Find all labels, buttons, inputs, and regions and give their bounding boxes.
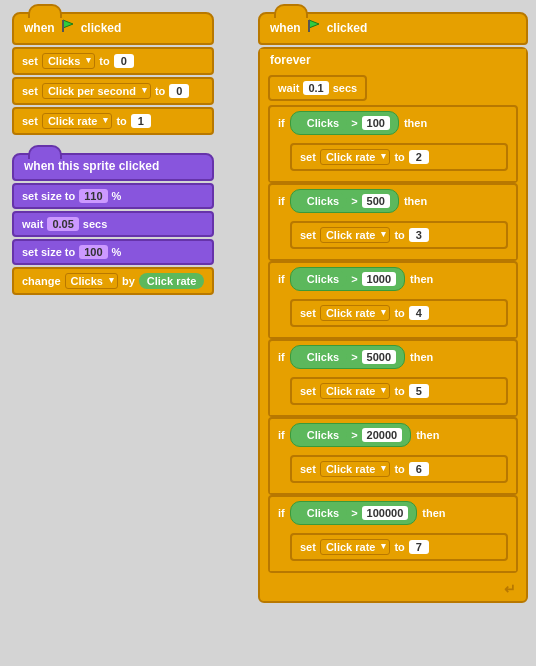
cond-threshold-1[interactable]: 500 [362, 194, 390, 208]
set-clicks-block[interactable]: set Clicks to 0 [12, 47, 214, 75]
condition-3[interactable]: Clicks > 5000 [290, 345, 405, 369]
condition-4[interactable]: Clicks > 20000 [290, 423, 411, 447]
if-footer-0 [270, 175, 516, 181]
to-label-2: to [155, 85, 165, 97]
to-inner-label-2: to [394, 307, 404, 319]
set-inner-label-1: set [300, 229, 316, 241]
if-block-2: if Clicks > 1000 then set Click rate to … [268, 261, 518, 339]
clickrate-inner-dropdown-5[interactable]: Click rate [320, 539, 391, 555]
when-label-1: when [24, 21, 55, 35]
clicks-val-1[interactable]: 0 [114, 54, 134, 68]
clickrate-inner-val-5[interactable]: 7 [409, 540, 429, 554]
size-100-val[interactable]: 100 [79, 245, 107, 259]
clickrate-dropdown-1[interactable]: Click rate [42, 113, 113, 129]
cond-op-3: > [351, 351, 357, 363]
clickrate-val-1[interactable]: 1 [131, 114, 151, 128]
if-block-3: if Clicks > 5000 then set Click rate to … [268, 339, 518, 417]
clickrate-inner-dropdown-4[interactable]: Click rate [320, 461, 391, 477]
set-clickrate-inner-2[interactable]: set Click rate to 4 [290, 299, 508, 327]
cps-val[interactable]: 0 [169, 84, 189, 98]
condition-1[interactable]: Clicks > 500 [290, 189, 399, 213]
clickrate-inner-dropdown-2[interactable]: Click rate [320, 305, 391, 321]
cond-var-3: Clicks [299, 349, 347, 365]
change-clicks-block[interactable]: change Clicks by Click rate [12, 267, 214, 295]
wait-01-block[interactable]: wait 0.1 secs [268, 75, 367, 101]
cond-op-1: > [351, 195, 357, 207]
clickrate-inner-val-1[interactable]: 3 [409, 228, 429, 242]
flag-icon-2 [306, 18, 322, 37]
by-label: by [122, 275, 135, 287]
hat-sprite-block[interactable]: when this sprite clicked [12, 153, 214, 181]
condition-5[interactable]: Clicks > 100000 [290, 501, 418, 525]
clickrate-inner-val-0[interactable]: 2 [409, 150, 429, 164]
set-clickrate-inner-0[interactable]: set Click rate to 2 [290, 143, 508, 171]
change-clicks-dropdown[interactable]: Clicks [65, 273, 118, 289]
if-header-0: if Clicks > 100 then [270, 107, 516, 139]
clicked-label-2: clicked [327, 21, 368, 35]
if-block-1: if Clicks > 500 then set Click rate to 3 [268, 183, 518, 261]
setsize2-prefix: set size to [22, 246, 75, 258]
to-label-3: to [116, 115, 126, 127]
right-panel: when clicked forever wait 0.1 secs [258, 12, 528, 603]
cond-threshold-4[interactable]: 20000 [362, 428, 403, 442]
wait-prefix: wait [22, 218, 43, 230]
hat-block-2[interactable]: when clicked [258, 12, 528, 45]
size-110-val[interactable]: 110 [79, 189, 107, 203]
set-clickrate-inner-1[interactable]: set Click rate to 3 [290, 221, 508, 249]
clickrate-inner-dropdown-1[interactable]: Click rate [320, 227, 391, 243]
clickrate-inner-val-4[interactable]: 6 [409, 462, 429, 476]
wait-01-suffix: secs [333, 82, 357, 94]
if-body-0: set Click rate to 2 [270, 141, 516, 173]
hat-block-1[interactable]: when clicked [12, 12, 214, 45]
setsize1-prefix: set size to [22, 190, 75, 202]
then-label-5: then [422, 507, 445, 519]
cond-threshold-3[interactable]: 5000 [362, 350, 396, 364]
set-size-100-block[interactable]: set size to 100 % [12, 239, 214, 265]
clickrate-inner-val-2[interactable]: 4 [409, 306, 429, 320]
wait-block[interactable]: wait 0.05 secs [12, 211, 214, 237]
if-body-1: set Click rate to 3 [270, 219, 516, 251]
clickrate-inner-dropdown-3[interactable]: Click rate [320, 383, 391, 399]
wait-01-val[interactable]: 0.1 [303, 81, 328, 95]
set-label-2: set [22, 85, 38, 97]
if-footer-5 [270, 565, 516, 571]
loop-arrow-icon: ↵ [504, 581, 516, 597]
clicked-label-1: clicked [81, 21, 122, 35]
set-clickrate-inner-3[interactable]: set Click rate to 5 [290, 377, 508, 405]
cond-threshold-2[interactable]: 1000 [362, 272, 396, 286]
if-body-4: set Click rate to 6 [270, 453, 516, 485]
set-cps-block[interactable]: set Click per second to 0 [12, 77, 214, 105]
left-panel: when clicked set Clicks to 0 set Click p… [12, 12, 214, 295]
if-label-0: if [278, 117, 285, 129]
cond-var-5: Clicks [299, 505, 347, 521]
if-block-4: if Clicks > 20000 then set Click rate to… [268, 417, 518, 495]
right-group: when clicked forever wait 0.1 secs [258, 12, 528, 603]
cps-dropdown[interactable]: Click per second [42, 83, 151, 99]
clickrate-inner-dropdown-0[interactable]: Click rate [320, 149, 391, 165]
cond-threshold-5[interactable]: 100000 [362, 506, 409, 520]
clickrate-reporter: Click rate [139, 273, 205, 289]
to-label-1: to [99, 55, 109, 67]
clickrate-inner-val-3[interactable]: 5 [409, 384, 429, 398]
set-clickrate-inner-5[interactable]: set Click rate to 7 [290, 533, 508, 561]
if-blocks-container: if Clicks > 100 then set Click rate to 2… [268, 105, 518, 573]
if-body-5: set Click rate to 7 [270, 531, 516, 563]
if-body-3: set Click rate to 5 [270, 375, 516, 407]
wait-val[interactable]: 0.05 [47, 217, 78, 231]
if-label-4: if [278, 429, 285, 441]
set-clickrate-block[interactable]: set Click rate to 1 [12, 107, 214, 135]
cond-op-0: > [351, 117, 357, 129]
cond-op-4: > [351, 429, 357, 441]
set-size-110-block[interactable]: set size to 110 % [12, 183, 214, 209]
if-header-3: if Clicks > 5000 then [270, 341, 516, 373]
clicks-dropdown-1[interactable]: Clicks [42, 53, 95, 69]
cond-var-2: Clicks [299, 271, 347, 287]
to-inner-label-1: to [394, 229, 404, 241]
condition-0[interactable]: Clicks > 100 [290, 111, 399, 135]
set-clickrate-inner-4[interactable]: set Click rate to 6 [290, 455, 508, 483]
to-inner-label-5: to [394, 541, 404, 553]
cond-threshold-0[interactable]: 100 [362, 116, 390, 130]
cond-op-5: > [351, 507, 357, 519]
set-inner-label-4: set [300, 463, 316, 475]
condition-2[interactable]: Clicks > 1000 [290, 267, 405, 291]
